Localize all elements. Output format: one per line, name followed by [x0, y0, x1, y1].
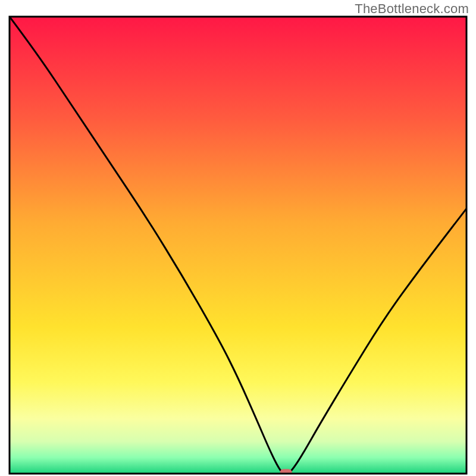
gradient-background [10, 17, 466, 474]
bottleneck-chart [0, 0, 476, 476]
chart-container: TheBottleneck.com [0, 0, 476, 476]
optimum-marker [280, 469, 292, 475]
